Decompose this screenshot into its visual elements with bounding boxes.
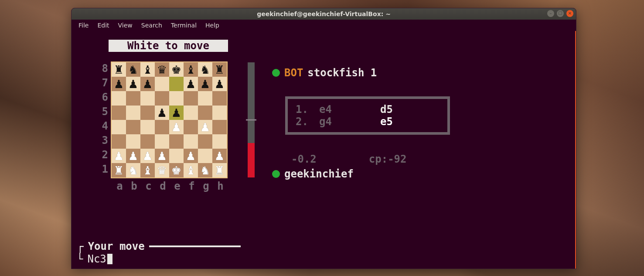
menu-help[interactable]: Help (202, 21, 223, 30)
black-b-piece-icon: ♝ (186, 64, 196, 75)
menubar: File Edit View Search Terminal Help (72, 20, 576, 31)
board-square[interactable]: ♝ (184, 163, 198, 177)
board-square[interactable]: ♞ (198, 163, 212, 177)
board-square[interactable]: ♟ (126, 77, 140, 91)
board-square[interactable] (198, 91, 212, 106)
board-square[interactable]: ♟ (140, 77, 155, 91)
window-close-button[interactable]: ✕ (566, 10, 573, 17)
board-square[interactable] (169, 91, 184, 106)
board-square[interactable]: ♟ (169, 106, 184, 120)
board-square[interactable] (112, 120, 126, 134)
board-square[interactable] (184, 120, 198, 134)
board-square[interactable]: ♟ (198, 120, 212, 134)
board-square[interactable]: ♟ (184, 77, 198, 91)
menu-file[interactable]: File (75, 21, 92, 30)
chess-board[interactable]: ♜♞♝♛♚♝♞♜♟♟♟♟♟♟♟♟♟♟♟♟♟♟♟♟♜♞♝♛♚♝♞♜ (111, 61, 228, 178)
board-square[interactable] (112, 91, 126, 106)
white-r-piece-icon: ♜ (114, 165, 124, 176)
board-square[interactable]: ♝ (140, 163, 155, 177)
board-square[interactable] (155, 91, 169, 106)
board-square[interactable]: ♜ (212, 163, 227, 177)
board-square[interactable] (184, 91, 198, 106)
board-square[interactable]: ♟ (155, 149, 169, 163)
board-square[interactable]: ♟ (184, 149, 198, 163)
board-square[interactable]: ♝ (140, 62, 155, 77)
board-square[interactable] (184, 106, 198, 120)
board-square[interactable] (140, 91, 155, 106)
board-square[interactable]: ♜ (112, 62, 126, 77)
self-name: geekinchief (284, 168, 354, 180)
board-square[interactable] (169, 149, 184, 163)
menu-edit[interactable]: Edit (94, 21, 112, 30)
board-square[interactable] (212, 91, 227, 106)
board-square[interactable] (169, 134, 184, 149)
window-titlebar[interactable]: geekinchief@geekinchief-VirtualBox: ~ – … (72, 8, 576, 20)
board-square[interactable] (155, 134, 169, 149)
board-square[interactable] (212, 134, 227, 149)
board-square[interactable]: ♟ (198, 77, 212, 91)
eval-centipawns: cp:-92 (369, 153, 407, 165)
move-number: 2. (296, 116, 319, 128)
presence-dot-icon (272, 69, 280, 77)
board-square[interactable] (140, 106, 155, 120)
terminal-body[interactable]: White to move 87654321 ♜♞♝♛♚♝♞♜♟♟♟♟♟♟♟♟♟… (72, 31, 576, 269)
board-square[interactable] (198, 149, 212, 163)
board-square[interactable] (169, 77, 184, 91)
text-cursor-icon (107, 254, 112, 264)
window-minimize-button[interactable]: – (547, 10, 554, 17)
board-square[interactable] (140, 120, 155, 134)
move-input[interactable]: Nc3 (87, 253, 106, 265)
board-square[interactable] (126, 120, 140, 134)
white-p-piece-icon: ♟ (200, 122, 210, 133)
rank-label: 7 (98, 76, 108, 90)
board-square[interactable] (212, 106, 227, 120)
window-maximize-button[interactable]: ☐ (557, 10, 564, 17)
board-square[interactable]: ♟ (155, 106, 169, 120)
board-square[interactable] (112, 134, 126, 149)
board-square[interactable]: ♛ (155, 163, 169, 177)
board-square[interactable] (126, 106, 140, 120)
rank-labels: 87654321 (98, 61, 108, 177)
board-square[interactable]: ♟ (212, 77, 227, 91)
board-square[interactable]: ♞ (126, 62, 140, 77)
file-label: e (170, 180, 184, 192)
board-square[interactable]: ♟ (140, 149, 155, 163)
board-square[interactable]: ♜ (212, 62, 227, 77)
maximize-icon: ☐ (559, 11, 562, 16)
board-square[interactable]: ♞ (126, 163, 140, 177)
board-square[interactable] (198, 134, 212, 149)
menu-view[interactable]: View (115, 21, 136, 30)
move-row: 1.e4d5 (296, 103, 440, 116)
black-p-piece-icon: ♟ (114, 78, 124, 90)
board-square[interactable] (198, 106, 212, 120)
board-square[interactable]: ♚ (169, 163, 184, 177)
white-p-piece-icon: ♟ (128, 150, 138, 162)
board-square[interactable] (155, 120, 169, 134)
board-square[interactable] (140, 134, 155, 149)
terminal-window: geekinchief@geekinchief-VirtualBox: ~ – … (71, 8, 576, 269)
black-p-piece-icon: ♟ (143, 78, 153, 90)
board-square[interactable]: ♚ (169, 62, 184, 77)
board-square[interactable]: ♟ (212, 149, 227, 163)
rank-label: 1 (98, 162, 108, 177)
black-b-piece-icon: ♝ (143, 64, 153, 75)
board-square[interactable]: ♟ (126, 149, 140, 163)
board-square[interactable]: ♟ (112, 77, 126, 91)
board-square[interactable]: ♝ (184, 62, 198, 77)
board-square[interactable] (126, 134, 140, 149)
white-p-piece-icon: ♟ (186, 150, 196, 162)
menu-terminal[interactable]: Terminal (167, 21, 200, 30)
board-square[interactable] (184, 134, 198, 149)
menu-search[interactable]: Search (138, 21, 166, 30)
board-square[interactable]: ♞ (198, 62, 212, 77)
board-square[interactable] (126, 91, 140, 106)
board-square[interactable] (212, 120, 227, 134)
board-square[interactable] (112, 106, 126, 120)
board-square[interactable] (155, 77, 169, 91)
board-square[interactable]: ♟ (169, 120, 184, 134)
board-square[interactable]: ♟ (112, 149, 126, 163)
board-square[interactable]: ♛ (155, 62, 169, 77)
file-label: b (127, 180, 141, 192)
board-square[interactable]: ♜ (112, 163, 126, 177)
white-p-piece-icon: ♟ (157, 150, 167, 162)
